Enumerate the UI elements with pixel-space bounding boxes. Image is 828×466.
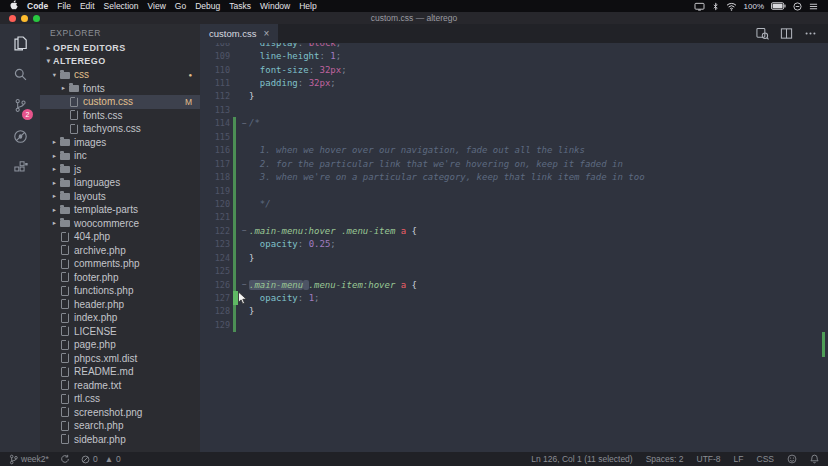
menu-item-go[interactable]: Go bbox=[175, 0, 186, 12]
fold-icon[interactable]: − bbox=[240, 224, 249, 237]
menu-item-debug[interactable]: Debug bbox=[195, 0, 220, 12]
statusbar-eol[interactable]: LF bbox=[734, 454, 744, 464]
tree-item-functions-php[interactable]: functions.php bbox=[40, 284, 200, 298]
tree-item-images[interactable]: ▸images bbox=[40, 136, 200, 150]
tree-item-rtl-css[interactable]: rtl.css bbox=[40, 392, 200, 406]
open-preview-icon[interactable] bbox=[756, 27, 769, 40]
code-line-117[interactable]: 117 2. for the particular link that we'r… bbox=[200, 157, 828, 170]
statusbar-cursor-position[interactable]: Ln 126, Col 1 (11 selected) bbox=[531, 454, 632, 464]
code-line-113[interactable]: 113 bbox=[200, 103, 828, 116]
source-control-icon[interactable]: 2 bbox=[0, 90, 40, 121]
tree-item-custom-css[interactable]: custom.cssM bbox=[40, 95, 200, 109]
code-line-109[interactable]: 109 line-height: 1; bbox=[200, 49, 828, 62]
fold-icon[interactable]: − bbox=[240, 117, 249, 130]
code-line-111[interactable]: 111 padding: 32px; bbox=[200, 76, 828, 89]
code-line-115[interactable]: 115 bbox=[200, 130, 828, 143]
split-editor-icon[interactable] bbox=[780, 27, 793, 40]
explorer-sidebar: EXPLORER ▸ OPEN EDITORS ▾ ALTEREGO ▾css●… bbox=[40, 24, 200, 452]
menu-item-selection[interactable]: Selection bbox=[104, 0, 139, 12]
close-window-button[interactable] bbox=[9, 15, 16, 22]
tree-item-languages[interactable]: ▸languages bbox=[40, 176, 200, 190]
problems-indicator[interactable]: 0 ▲ 0 bbox=[81, 454, 121, 464]
close-tab-icon[interactable]: × bbox=[264, 29, 270, 39]
code-line-125[interactable]: 125 bbox=[200, 264, 828, 277]
tree-item-search-php[interactable]: search.php bbox=[40, 419, 200, 433]
code-line-120[interactable]: 120 */ bbox=[200, 197, 828, 210]
code-line-116[interactable]: 116 1. when we hover over our navigation… bbox=[200, 144, 828, 157]
tree-item-template-parts[interactable]: ▸template-parts bbox=[40, 203, 200, 217]
tree-item-fonts[interactable]: ▸fonts bbox=[40, 82, 200, 96]
menu-item-file[interactable]: File bbox=[57, 0, 71, 12]
tree-item-footer-php[interactable]: footer.php bbox=[40, 271, 200, 285]
code-line-126[interactable]: 126−.main-menu .menu-item:hover a { bbox=[200, 278, 828, 291]
menu-item-edit[interactable]: Edit bbox=[80, 0, 95, 12]
tree-item-inc[interactable]: ▸inc bbox=[40, 149, 200, 163]
debug-icon[interactable] bbox=[0, 121, 40, 152]
statusbar-language-mode[interactable]: CSS bbox=[757, 454, 774, 464]
tree-item-tachyons-css[interactable]: tachyons.css bbox=[40, 122, 200, 136]
notifications-bell-icon[interactable] bbox=[810, 454, 819, 464]
code-line-128[interactable]: 128} bbox=[200, 305, 828, 318]
code-area[interactable]: 108 display: block;109 line-height: 1;11… bbox=[200, 43, 828, 452]
git-branch-indicator[interactable]: week2* bbox=[9, 454, 49, 465]
apple-icon[interactable] bbox=[10, 0, 18, 12]
explorer-icon[interactable] bbox=[0, 28, 40, 59]
extensions-icon[interactable] bbox=[0, 152, 40, 183]
battery-percent: 100% bbox=[744, 2, 764, 11]
tree-item-header-php[interactable]: header.php bbox=[40, 298, 200, 312]
bluetooth-icon[interactable] bbox=[712, 2, 719, 11]
tab-custom-css[interactable]: custom.css × bbox=[200, 24, 278, 43]
code-line-127[interactable]: 127 opacity: 1; bbox=[200, 291, 828, 304]
fold-icon[interactable]: − bbox=[240, 278, 249, 291]
zoom-window-button[interactable] bbox=[33, 15, 40, 22]
code-line-110[interactable]: 110 font-size: 32px; bbox=[200, 63, 828, 76]
tree-item-fonts-css[interactable]: fonts.css bbox=[40, 109, 200, 123]
battery-icon[interactable] bbox=[771, 2, 786, 10]
line-number: 116 bbox=[200, 145, 230, 155]
dnd-icon[interactable] bbox=[793, 2, 802, 11]
minimize-window-button[interactable] bbox=[21, 15, 28, 22]
code-line-114[interactable]: 114−/* bbox=[200, 117, 828, 130]
feedback-smiley-icon[interactable] bbox=[787, 454, 797, 464]
menu-item-code[interactable]: Code bbox=[27, 0, 48, 12]
code-line-123[interactable]: 123 opacity: 0.25; bbox=[200, 238, 828, 251]
display-icon[interactable] bbox=[694, 2, 705, 11]
menu-item-tasks[interactable]: Tasks bbox=[229, 0, 251, 12]
tree-item-woocommerce[interactable]: ▸woocommerce bbox=[40, 217, 200, 231]
tree-item-label: index.php bbox=[74, 312, 117, 323]
tree-item-sidebar-php[interactable]: sidebar.php bbox=[40, 433, 200, 447]
sync-indicator[interactable] bbox=[60, 454, 70, 464]
tree-item-phpcs-xml-dist[interactable]: phpcs.xml.dist bbox=[40, 352, 200, 366]
folder-icon bbox=[60, 193, 70, 200]
search-icon[interactable] bbox=[0, 59, 40, 90]
code-line-129[interactable]: 129 bbox=[200, 318, 828, 331]
code-line-124[interactable]: 124} bbox=[200, 251, 828, 264]
code-line-119[interactable]: 119 bbox=[200, 184, 828, 197]
more-actions-icon[interactable] bbox=[804, 27, 817, 40]
statusbar-encoding[interactable]: UTF-8 bbox=[697, 454, 721, 464]
tree-item-layouts[interactable]: ▸layouts bbox=[40, 190, 200, 204]
tree-item-license[interactable]: LICENSE bbox=[40, 325, 200, 339]
wifi-icon[interactable] bbox=[726, 2, 737, 11]
statusbar-indentation[interactable]: Spaces: 2 bbox=[646, 454, 684, 464]
tree-item-js[interactable]: ▸js bbox=[40, 163, 200, 177]
tree-item-screenshot-png[interactable]: screenshot.png bbox=[40, 406, 200, 420]
root-folder-alterego[interactable]: ▾ ALTEREGO bbox=[40, 55, 200, 69]
menu-item-window[interactable]: Window bbox=[260, 0, 290, 12]
menu-item-help[interactable]: Help bbox=[299, 0, 316, 12]
tree-item-index-php[interactable]: index.php bbox=[40, 311, 200, 325]
control-center-icon[interactable] bbox=[809, 2, 818, 11]
menu-item-view[interactable]: View bbox=[148, 0, 166, 12]
tree-item-readme-md[interactable]: README.md bbox=[40, 365, 200, 379]
tree-item-archive-php[interactable]: archive.php bbox=[40, 244, 200, 258]
tree-item-page-php[interactable]: page.php bbox=[40, 338, 200, 352]
tree-item-comments-php[interactable]: comments.php bbox=[40, 257, 200, 271]
tree-item-readme-txt[interactable]: readme.txt bbox=[40, 379, 200, 393]
code-line-118[interactable]: 118 3. when we're on a particular catego… bbox=[200, 170, 828, 183]
code-line-112[interactable]: 112} bbox=[200, 90, 828, 103]
code-line-121[interactable]: 121 bbox=[200, 211, 828, 224]
tree-item-css[interactable]: ▾css● bbox=[40, 68, 200, 82]
tree-item-404-php[interactable]: 404.php bbox=[40, 230, 200, 244]
open-editors-section[interactable]: ▸ OPEN EDITORS bbox=[40, 41, 200, 55]
code-line-122[interactable]: 122−.main-menu:hover .menu-item a { bbox=[200, 224, 828, 237]
